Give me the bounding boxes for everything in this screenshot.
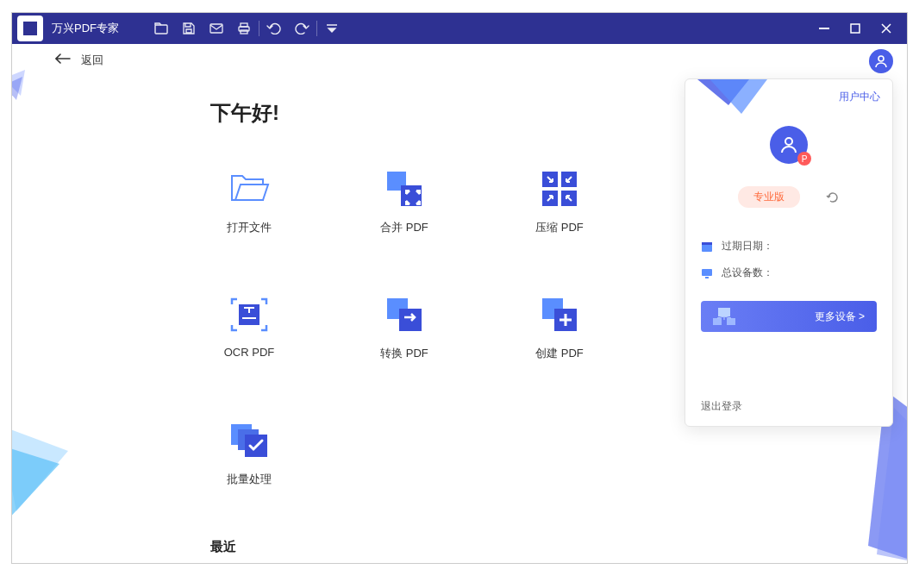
action-label: 压缩 PDF xyxy=(535,220,584,235)
action-label: 创建 PDF xyxy=(535,346,584,361)
svg-rect-26 xyxy=(705,277,709,278)
logout-link[interactable]: 退出登录 xyxy=(701,399,742,414)
compress-pdf-icon xyxy=(539,170,580,208)
action-label: 合并 PDF xyxy=(380,220,428,235)
app-title: 万兴PDF专家 xyxy=(52,21,119,36)
decoration-top-left xyxy=(11,70,31,104)
action-batch-process[interactable]: 批量处理 xyxy=(210,422,288,487)
back-arrow-icon[interactable] xyxy=(55,53,71,68)
action-create-pdf[interactable]: 创建 PDF xyxy=(521,296,598,361)
toolbar-separator xyxy=(316,21,317,36)
content-area: 返回 下午好! 打开文件 合并 PDF xyxy=(12,44,907,563)
dropdown-icon[interactable] xyxy=(324,21,340,36)
action-open-file[interactable]: 打开文件 xyxy=(210,170,288,235)
svg-rect-24 xyxy=(702,242,712,245)
ocr-pdf-icon xyxy=(228,296,270,334)
svg-rect-25 xyxy=(702,269,712,276)
panel-decoration xyxy=(685,78,789,122)
svg-rect-4 xyxy=(241,30,247,34)
user-avatar-button[interactable] xyxy=(869,49,893,73)
user-center-link[interactable]: 用户中心 xyxy=(839,90,880,104)
action-grid: 打开文件 合并 PDF 压缩 PDF xyxy=(210,170,709,487)
action-label: OCR PDF xyxy=(224,346,275,359)
file-open-icon[interactable] xyxy=(153,21,169,36)
toolbar-separator xyxy=(259,21,259,36)
action-label: 转换 PDF xyxy=(380,346,428,361)
svg-rect-5 xyxy=(819,28,829,29)
close-button[interactable] xyxy=(871,18,902,39)
device-count-label: 总设备数： xyxy=(722,266,773,280)
action-compress-pdf[interactable]: 压缩 PDF xyxy=(521,170,598,235)
app-logo xyxy=(17,16,43,41)
titlebar: 万兴PDF专家 xyxy=(12,13,907,44)
expire-date-label: 过期日期： xyxy=(722,239,773,253)
refresh-icon[interactable] xyxy=(826,191,840,204)
user-panel: 用户中心 P 专业版 过期日期： 总设备 xyxy=(685,78,893,427)
toolbar-group-file xyxy=(153,21,252,36)
expire-date-row: 过期日期： xyxy=(701,239,877,253)
action-ocr-pdf[interactable]: OCR PDF xyxy=(210,296,288,361)
pro-badge: 专业版 xyxy=(738,186,800,208)
print-icon[interactable] xyxy=(236,21,252,36)
greeting-text: 下午好! xyxy=(210,99,709,127)
minimize-button[interactable] xyxy=(809,18,840,39)
decoration-bottom-left xyxy=(11,416,77,520)
toolbar-group-history xyxy=(266,21,309,36)
mail-icon[interactable] xyxy=(209,21,224,36)
batch-process-icon xyxy=(228,422,270,460)
pro-badge-icon: P xyxy=(797,152,811,166)
action-convert-pdf[interactable]: 转换 PDF xyxy=(366,296,443,361)
svg-rect-6 xyxy=(851,24,860,33)
devices-icon xyxy=(711,306,737,327)
app-window: 万兴PDF专家 xyxy=(11,12,908,564)
maximize-button[interactable] xyxy=(840,18,871,39)
more-devices-button[interactable]: 更多设备 > xyxy=(701,301,877,332)
create-pdf-icon xyxy=(539,296,580,334)
badge-row: 专业版 xyxy=(685,186,892,208)
svg-rect-0 xyxy=(155,25,167,34)
undo-icon[interactable] xyxy=(266,21,282,36)
open-file-icon xyxy=(228,170,270,208)
back-row: 返回 xyxy=(12,44,907,77)
recent-heading: 最近 xyxy=(210,539,709,555)
action-merge-pdf[interactable]: 合并 PDF xyxy=(366,170,443,235)
avatar-container: P xyxy=(685,126,892,164)
info-list: 过期日期： 总设备数： xyxy=(685,239,892,280)
back-label[interactable]: 返回 xyxy=(81,53,103,68)
action-label: 打开文件 xyxy=(227,220,272,235)
svg-rect-28 xyxy=(713,318,722,325)
more-devices-label: 更多设备 > xyxy=(815,310,865,324)
svg-rect-29 xyxy=(727,318,735,325)
redo-icon[interactable] xyxy=(294,21,309,36)
merge-pdf-icon xyxy=(384,170,425,208)
svg-point-7 xyxy=(878,56,884,61)
svg-point-22 xyxy=(785,138,792,145)
convert-pdf-icon xyxy=(384,296,425,334)
svg-rect-27 xyxy=(718,308,730,316)
svg-rect-1 xyxy=(210,24,222,33)
user-avatar[interactable]: P xyxy=(770,126,808,164)
calendar-icon xyxy=(701,241,713,253)
action-label: 批量处理 xyxy=(227,472,272,487)
save-icon[interactable] xyxy=(181,21,197,36)
device-count-row: 总设备数： xyxy=(701,266,877,280)
svg-rect-16 xyxy=(399,309,422,331)
monitor-icon xyxy=(701,267,713,279)
